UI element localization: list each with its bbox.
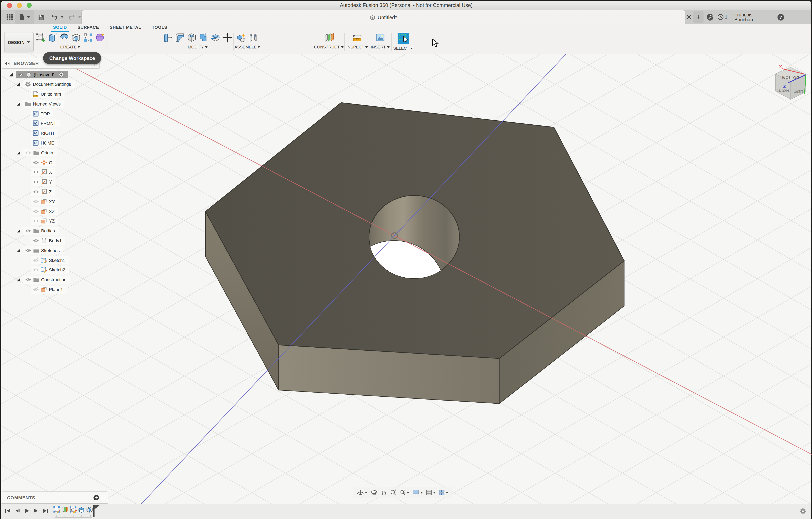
timeline-plane-icon[interactable] <box>61 506 69 513</box>
visibility-eye-hidden-icon[interactable] <box>33 258 39 262</box>
undo-history-caret[interactable] <box>60 10 64 24</box>
browser-item-named-views[interactable]: Named Views <box>2 100 166 108</box>
inspect-dropdown[interactable]: INSPECT <box>346 45 368 49</box>
browser-item-axis-z[interactable]: Z <box>2 188 166 196</box>
expand-icon[interactable] <box>17 102 21 106</box>
timeline-settings-gear-icon[interactable] <box>800 508 806 515</box>
go-to-end-icon[interactable] <box>43 508 49 514</box>
close-window-button[interactable] <box>7 3 12 8</box>
expand-icon[interactable] <box>17 278 21 282</box>
tab-tools[interactable]: TOOLS <box>152 24 167 31</box>
create-form-icon[interactable] <box>95 32 105 43</box>
new-tab-button[interactable] <box>693 11 703 23</box>
tab-solid[interactable]: SOLID <box>53 24 67 31</box>
create-dropdown[interactable]: CREATE <box>60 45 80 49</box>
rectangular-pattern-icon[interactable] <box>83 32 93 43</box>
browser-item-root[interactable]: (Unsaved) <box>2 71 166 79</box>
browser-item-body1[interactable]: Body1 <box>2 237 166 245</box>
browser-item-plane-xy[interactable]: XY <box>2 198 166 206</box>
browser-item-axis-x[interactable]: X <box>2 169 166 176</box>
browser-item-view-right[interactable]: RIGHT <box>2 129 166 137</box>
visibility-eye-icon[interactable] <box>33 239 39 243</box>
zoom-icon[interactable] <box>390 489 397 496</box>
visibility-eye-icon[interactable] <box>25 278 31 282</box>
expand-icon[interactable] <box>17 229 21 233</box>
help-button[interactable]: ? <box>777 10 784 24</box>
browser-item-plane-yz[interactable]: YZ <box>2 217 166 225</box>
timeline-sketch2-icon[interactable] <box>69 506 77 513</box>
construct-dropdown[interactable]: CONSTRUCT <box>314 45 344 49</box>
visibility-eye-hidden-icon[interactable] <box>33 268 39 272</box>
expand-icon[interactable] <box>17 82 21 86</box>
modify-dropdown[interactable]: MODIFY <box>188 45 207 49</box>
browser-item-sketch1[interactable]: Sketch1 <box>2 256 166 264</box>
document-tab[interactable]: Untitled* <box>81 10 686 25</box>
browser-item-view-front[interactable]: FRONT <box>2 120 166 127</box>
shell-icon[interactable] <box>186 32 197 43</box>
window-zoom-icon[interactable] <box>400 489 409 496</box>
press-pull-icon[interactable] <box>163 32 173 43</box>
browser-item-origin-point[interactable]: O <box>2 158 166 166</box>
grid-settings-icon[interactable] <box>426 489 436 496</box>
close-tab-icon[interactable] <box>685 10 692 24</box>
select-dropdown[interactable]: SELECT <box>393 46 413 51</box>
create-sketch-icon[interactable] <box>35 32 46 43</box>
minimize-window-button[interactable] <box>17 3 22 8</box>
step-back-icon[interactable] <box>14 508 20 514</box>
expand-icon[interactable] <box>17 248 21 252</box>
comments-bar[interactable]: COMMENTS <box>2 491 108 504</box>
browser-item-units[interactable]: Units: mm <box>2 90 166 98</box>
look-at-icon[interactable] <box>370 489 378 496</box>
zoom-window-button[interactable] <box>27 3 32 8</box>
workspace-selector-button[interactable]: DESIGN <box>4 32 34 52</box>
browser-item-axis-y[interactable]: Y <box>2 178 166 186</box>
new-component-icon[interactable] <box>236 32 246 43</box>
insert-dropdown[interactable]: INSERT <box>371 45 389 49</box>
tab-surface[interactable]: SURFACE <box>78 24 99 31</box>
browser-item-origin[interactable]: Origin <box>2 149 166 157</box>
visibility-eye-hidden-icon[interactable] <box>33 287 39 292</box>
visibility-eye-icon[interactable] <box>33 190 39 194</box>
visibility-eye-icon[interactable] <box>33 209 39 213</box>
timeline-extrude-icon[interactable] <box>78 506 85 513</box>
timeline-scrubber-flag[interactable] <box>94 505 100 510</box>
visibility-eye-hidden-icon[interactable] <box>25 151 31 155</box>
visibility-eye-icon[interactable] <box>18 72 24 77</box>
visibility-eye-icon[interactable] <box>33 160 39 164</box>
browser-item-bodies[interactable]: Bodies <box>2 227 166 235</box>
extrude-icon[interactable] <box>47 32 58 43</box>
construction-plane-icon[interactable] <box>324 32 334 43</box>
split-body-icon[interactable] <box>210 32 221 43</box>
browser-item-view-home[interactable]: HOME <box>2 139 166 147</box>
browser-item-document-settings[interactable]: Document Settings <box>2 81 166 88</box>
visibility-eye-icon[interactable] <box>33 180 39 184</box>
orbit-icon[interactable] <box>357 489 367 496</box>
viewcube-face-left[interactable]: LEFT <box>794 90 803 93</box>
visibility-eye-icon[interactable] <box>25 229 31 233</box>
hole-icon[interactable] <box>71 32 81 43</box>
user-name[interactable]: François Bouchard <box>734 10 772 24</box>
file-menu-button[interactable] <box>15 10 34 24</box>
visibility-eye-icon[interactable] <box>33 200 39 204</box>
tab-sheet-metal[interactable]: SHEET METAL <box>110 24 141 31</box>
viewcube-face-front[interactable]: FRONT <box>777 89 789 93</box>
visibility-eye-icon[interactable] <box>33 219 39 223</box>
insert-image-icon[interactable] <box>375 32 385 43</box>
move-copy-icon[interactable] <box>222 32 233 43</box>
browser-item-view-top[interactable]: TOP <box>2 110 166 117</box>
display-settings-icon[interactable] <box>412 489 423 496</box>
panel-drag-handle[interactable] <box>102 495 105 500</box>
measure-icon[interactable] <box>352 32 362 43</box>
browser-item-plane-xz[interactable]: XZ <box>2 207 166 215</box>
expand-icon[interactable] <box>9 72 13 77</box>
timeline-hole-icon[interactable] <box>86 506 93 513</box>
visibility-eye-icon[interactable] <box>25 248 31 252</box>
combine-icon[interactable] <box>199 32 209 43</box>
save-button[interactable] <box>36 10 47 24</box>
add-comment-icon[interactable] <box>93 495 99 500</box>
viewcube[interactable]: BOTTOM FRONT LEFT X Z <box>771 61 810 103</box>
browser-item-sketches[interactable]: Sketches <box>2 247 166 254</box>
timeline-sketch1-icon[interactable] <box>53 506 60 513</box>
data-panel-button[interactable] <box>4 10 15 24</box>
expand-icon[interactable] <box>17 151 21 155</box>
